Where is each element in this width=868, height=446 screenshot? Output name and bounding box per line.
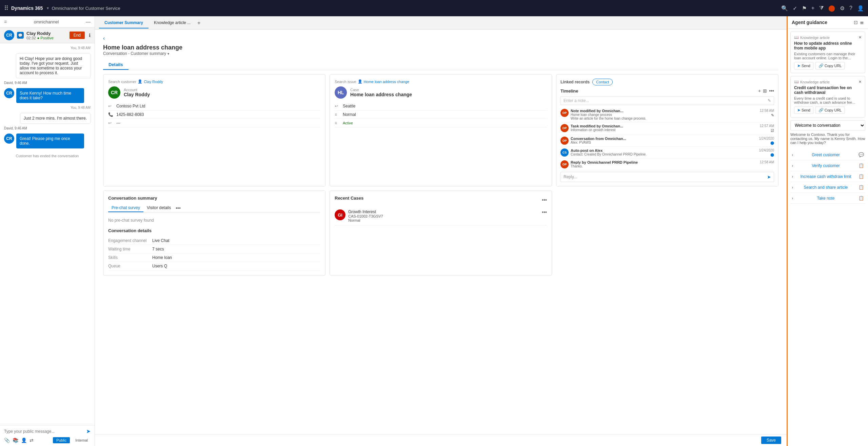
case-breadcrumb[interactable]: Conversation - Customer summary ▾ [103,51,778,56]
checklist-item-4[interactable]: › Take note 📋 [790,193,865,204]
panel-expand-icon[interactable]: ⊡ [854,20,858,25]
recent-cases-more-icon[interactable]: ••• [542,197,547,203]
alert-icon[interactable]: ⬤ [828,4,835,12]
tl-avatar-1: OP [560,109,569,117]
timeline-item-1: OP Note modified by Omnichan... Home loa… [560,107,774,122]
agent-guidance-panel: Agent guidance ⊡ ≣ 📖 Knowledge article ✕… [787,16,868,446]
gear-icon[interactable]: ⚙ [840,5,845,12]
note-edit-icon: ✎ [768,98,771,103]
plus-icon[interactable]: + [811,5,814,11]
location-value: Seattle [343,104,355,108]
sub-tabs: Details [103,60,778,70]
search-icon[interactable]: 🔍 [781,5,788,12]
checklist-item-1[interactable]: › Verify customer 📋 [790,160,865,171]
checklist-item-3[interactable]: › Search and share article 📋 [790,182,865,193]
checkmark-icon[interactable]: ✓ [793,5,797,12]
welcome-select[interactable]: Welcome to conversation [790,120,865,130]
info-icon[interactable]: ℹ [89,33,91,38]
kc-header-1: 📖 Knowledge article ✕ [794,35,862,40]
tl-time-1: 12:58 AM [760,109,774,113]
checklist-arrow-0: › [792,153,793,157]
tab-knowledge-article[interactable]: Knowledge article ... [149,18,196,28]
kb-icon[interactable]: 📚 [13,438,18,443]
reply-send-icon[interactable]: ➤ [767,174,771,180]
message-4: Great! Please ping me once done. [16,134,84,148]
kc-body-2: Every time a credit card is used to with… [794,96,862,104]
tl-meta-2: 12:57 AM ☑ [760,124,774,133]
tl-title-4: Auto-post on Alex [571,148,757,153]
app-name: Dynamics 365 [11,5,43,11]
panel-icons: ⊡ ≣ [854,20,864,25]
detail-value-2: Home loan [152,255,172,260]
menu-icon[interactable]: ≡ [4,19,7,24]
back-button[interactable]: ‹ [103,35,105,41]
cr-avatar-2: CR [4,88,14,98]
kc-copy-btn-1[interactable]: 🔗 Copy URL [815,62,845,69]
chevron-icon[interactable]: ▾ [47,6,49,11]
internal-button[interactable]: Internal [73,437,91,443]
tab-bar: Customer Summary Knowledge article ... + [95,16,787,30]
chat-contact-row: CR 💬 Clay Roddy 02:32 ● Positive End ℹ [0,27,95,43]
company-value: Contoso Pvt Ltd [116,104,145,108]
panel-list-icon[interactable]: ≣ [860,20,864,25]
add-tab-button[interactable]: + [197,20,200,26]
tab-customer-summary[interactable]: Customer Summary [99,18,149,28]
note-input-area[interactable]: Enter a note... ✎ [560,96,774,105]
msg-row-2: CR Sure Kenny! How much time does it tak… [4,88,91,103]
user-icon[interactable]: 👤 [857,5,864,12]
issue-link[interactable]: Home loan address change [364,80,410,84]
help-icon[interactable]: ? [849,5,852,11]
sub-tab-details[interactable]: Details [103,60,129,70]
contact-tab-button[interactable]: Contact [592,79,613,85]
customer-link[interactable]: Clay Roddy [144,80,163,84]
person-icon[interactable]: 👤 [21,438,27,443]
case-item-more-icon[interactable]: ••• [542,209,547,215]
kc-close-2[interactable]: ✕ [859,80,862,84]
conversation-summary-title: Conversation summary [108,196,320,201]
search-issue-label: Search issue 👤 Home loan address change [335,79,547,84]
checklist-arrow-3: › [792,185,793,190]
kc-send-label-1: Send [802,64,810,68]
reply-box[interactable]: Reply... ➤ [560,172,774,182]
end-button[interactable]: End [70,32,85,39]
conv-tab-prechat[interactable]: Pre-chat survey [108,204,143,212]
timeline-more-icon[interactable]: ••• [769,88,774,94]
checklist-icon-0: 💬 [859,152,864,157]
kc-body-1: Existing customers can manage their loan… [794,52,862,60]
tl-content-5: Reply by Omnichannel PRRD Pipeline Thank… [571,160,758,168]
tl-time-2: 12:57 AM [760,124,774,128]
checklist-item-2[interactable]: › Increase cash withdraw limit 📋 [790,171,865,182]
checklist-item-0[interactable]: › Greet customer 💬 [790,149,865,160]
funnel-icon[interactable]: ⧩ [819,5,824,11]
tl-meta-1: 12:58 AM ✎ [760,109,774,120]
conversation-summary-panel: Conversation summary Pre-chat survey Vis… [103,190,326,276]
msg-timestamp-3: You, 9:48 AM [4,106,91,109]
attach-icon[interactable]: 📎 [4,438,10,443]
checklist-icon-4: 📋 [859,196,864,201]
conv-tabs-more-icon[interactable]: ••• [176,205,181,211]
timeline-add-icon[interactable]: + [758,88,761,94]
kc-close-1[interactable]: ✕ [859,35,862,40]
timeline-filter-icon[interactable]: ⊞ [763,88,767,94]
kc-send-btn-1[interactable]: ➤ Send [794,62,813,69]
welcome-dropdown-section: Welcome to conversation Welcome to Conto… [790,120,865,147]
grid-icon[interactable]: ⠿ [4,4,8,12]
transfer-icon[interactable]: ⇄ [29,438,34,443]
bottom-spacer [556,190,778,276]
omnichannel-label: omnichannel [34,19,59,24]
kc-send-label-2: Send [802,108,810,112]
send-icon[interactable]: ➤ [86,428,91,434]
chat-input[interactable] [4,429,85,434]
case-name: Home loan address change [350,92,412,97]
flag-icon[interactable]: ⚑ [802,5,807,12]
minimize-btn[interactable]: — [86,19,91,24]
kc-send-btn-2[interactable]: ➤ Send [794,106,813,114]
timeline-item-4: CS Auto-post on Alex Contact: Created By… [560,147,774,159]
conv-tab-visitor[interactable]: Visitor details [143,204,174,212]
priority-row: ≡ Normal [335,110,547,119]
save-button[interactable]: Save [761,437,781,444]
public-button[interactable]: Public [53,437,70,443]
linked-records-panel: Linked records Contact Timeline + ⊞ ••• … [556,74,778,186]
chat-contact-info: Clay Roddy 02:32 ● Positive [26,31,67,40]
kc-copy-btn-2[interactable]: 🔗 Copy URL [815,106,845,114]
